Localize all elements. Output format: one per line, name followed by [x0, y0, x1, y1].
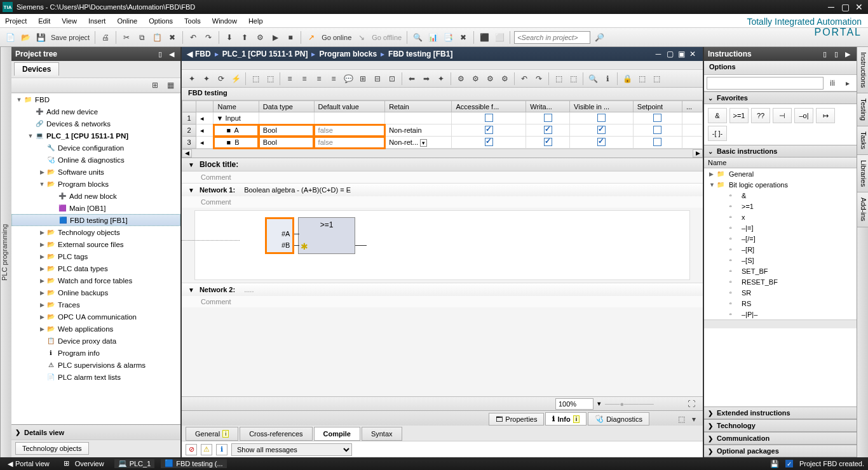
ins-hide-icon[interactable]: ▶ [843, 50, 853, 58]
simulate-icon[interactable]: ▶ [269, 31, 281, 44]
paste-icon[interactable]: 📋 [151, 31, 163, 44]
tree-node[interactable]: ▼💻PLC_1 [CPU 1511-1 PN] [11, 130, 180, 142]
bc-back-icon[interactable]: ◀ [187, 50, 193, 58]
inspector-collapse-icon[interactable]: ▾ [688, 413, 700, 426]
ed-max-icon[interactable]: ▣ [676, 50, 686, 58]
favorite-item[interactable]: ⊣ [773, 108, 792, 123]
et11-icon[interactable]: 💬 [342, 72, 355, 85]
menu-options[interactable]: Options [149, 17, 173, 25]
tree-node[interactable]: 📋Device proxy data [11, 335, 180, 347]
favorite-item[interactable]: -[ ]- [708, 126, 727, 141]
collapse-icon[interactable]: ▼ [188, 286, 194, 293]
diagnostics-tab[interactable]: 🩺Diagnostics [588, 412, 649, 426]
zoom-dropdown-icon[interactable]: ▾ [597, 399, 601, 408]
ed-min-icon[interactable]: ─ [653, 50, 663, 58]
et20-icon[interactable]: ⚙ [484, 72, 496, 85]
network1-header[interactable]: ▼ Network 1: Boolean algebra - (A+B)(C+D… [182, 183, 703, 196]
open-project-icon[interactable]: 📂 [19, 31, 32, 44]
et24-icon[interactable]: ⬚ [552, 72, 565, 85]
et22-icon[interactable]: ↶ [518, 72, 531, 85]
instruction-item[interactable]: ▫–[R] [704, 244, 857, 255]
tree-tool-a-icon[interactable]: ⊞ [149, 79, 161, 91]
menu-window[interactable]: Window [212, 17, 237, 25]
et25-icon[interactable]: ⬚ [567, 72, 580, 85]
et28-icon[interactable]: 🔒 [621, 72, 634, 85]
maximize-button[interactable]: ▢ [839, 3, 851, 11]
instruction-item[interactable]: ▫–[S] [704, 255, 857, 265]
et21-icon[interactable]: ⚙ [498, 72, 511, 85]
ins-b-icon[interactable]: ▯ [831, 50, 841, 58]
instruction-item[interactable]: ▫>=1 [704, 201, 857, 211]
opt-a-icon[interactable]: ili [826, 77, 839, 90]
zoom-slider[interactable]: ───●────── [605, 400, 681, 408]
tree-node[interactable]: ▶📂OPC UA communication [11, 311, 180, 323]
minimize-button[interactable]: ─ [825, 3, 837, 11]
tb-x-icon[interactable]: ✖ [457, 31, 470, 44]
tree-node[interactable]: 📄PLC alarm text lists [11, 371, 180, 383]
zoom-input[interactable] [555, 398, 593, 410]
favorite-item[interactable]: ↦ [816, 108, 835, 123]
compile-icon[interactable]: ⚙ [254, 31, 266, 44]
block-comment[interactable]: Comment [182, 171, 703, 183]
upload-icon[interactable]: ⬆ [238, 31, 251, 44]
devices-tab[interactable]: Devices [14, 62, 59, 76]
save-label[interactable]: Save project [50, 34, 91, 41]
info-tab[interactable]: ℹInfoi [545, 412, 587, 426]
tree-node[interactable]: 🔗Devices & networks [11, 117, 180, 130]
msgtab-syntax[interactable]: Syntax [362, 427, 402, 441]
network1-canvas[interactable]: >=1 #A #B ✱ [194, 210, 690, 280]
split-v-icon[interactable]: ⬜ [493, 31, 506, 44]
et5-icon[interactable]: ⬚ [249, 72, 262, 85]
menu-online[interactable]: Online [117, 17, 137, 25]
tree-node[interactable]: 🔧Device configuration [11, 142, 180, 154]
undo-icon[interactable]: ↶ [187, 31, 200, 44]
et26-icon[interactable]: 🔍 [587, 72, 599, 85]
tb-a-icon[interactable]: 🔍 [411, 31, 424, 44]
network2-header[interactable]: ▼ Network 2: ..... [182, 283, 703, 296]
pin-b[interactable]: #B [281, 241, 290, 249]
instruction-tree[interactable]: Name ▶📁General▼📁Bit logic operations▫&▫>… [704, 158, 857, 406]
tb-b-icon[interactable]: 📊 [426, 31, 439, 44]
et19-icon[interactable]: ⚙ [469, 72, 482, 85]
instruction-item[interactable]: ▫SR [704, 287, 857, 298]
et18-icon[interactable]: ⚙ [454, 72, 467, 85]
msgtab-crossref[interactable]: Cross-references [240, 427, 312, 441]
et6-icon[interactable]: ⬚ [264, 72, 276, 85]
pt-hide-icon[interactable]: ◀ [166, 50, 177, 58]
et23-icon[interactable]: ↷ [532, 72, 545, 85]
fbd-editor[interactable]: ▼ Block title: Comment ▼ Network 1: Bool… [182, 158, 703, 396]
instruction-item[interactable]: ▫RS [704, 298, 857, 309]
collapse-icon[interactable]: ▼ [188, 187, 194, 194]
menu-insert[interactable]: Insert [88, 17, 106, 25]
task-fbd[interactable]: 🟦FBD testing (... [161, 459, 226, 468]
instruction-item[interactable]: ▼📁Bit logic operations [704, 179, 857, 190]
opt-b-icon[interactable]: ▸ [841, 77, 854, 90]
et1-icon[interactable]: ✦ [186, 72, 198, 85]
warning-filter-icon[interactable]: ⚠ [201, 444, 212, 455]
menu-tools[interactable]: Tools [184, 17, 201, 25]
et8-icon[interactable]: ≡ [298, 72, 311, 85]
instruction-item[interactable]: ▫& [704, 190, 857, 201]
tree-node[interactable]: ▶📂Technology objects [11, 226, 180, 238]
variable-table[interactable]: NameData typeDefault valueRetainAccessib… [182, 100, 703, 158]
pt-collapse-icon[interactable]: ▯ [155, 50, 165, 58]
et27-icon[interactable]: ℹ [601, 72, 614, 85]
ed-float-icon[interactable]: ▢ [665, 50, 675, 58]
portal-view-button[interactable]: ◀Portal view [4, 460, 53, 468]
tree-node[interactable]: ℹProgram info [11, 347, 180, 359]
redo-icon[interactable]: ↷ [202, 31, 215, 44]
et9-icon[interactable]: ≡ [313, 72, 325, 85]
left-rail[interactable]: PLC programming [0, 47, 11, 457]
instruction-item[interactable]: ▫RESET_BF [704, 276, 857, 287]
search-go-icon[interactable]: 🔎 [593, 31, 606, 44]
instree-hscroll[interactable] [704, 319, 857, 328]
delete-icon[interactable]: ✖ [166, 31, 179, 44]
instruction-item[interactable]: ▫–|=] [704, 222, 857, 233]
message-filter-select[interactable]: Show all messages [231, 443, 352, 456]
instruction-item[interactable]: ▫–[/=] [704, 233, 857, 244]
et16-icon[interactable]: ➡ [420, 72, 433, 85]
goonline-label[interactable]: Go online [320, 34, 353, 41]
save-icon[interactable]: 💾 [34, 31, 47, 44]
tree-tool-b-icon[interactable]: ▦ [164, 79, 177, 91]
tree-node[interactable]: ▶📂Traces [11, 299, 180, 311]
